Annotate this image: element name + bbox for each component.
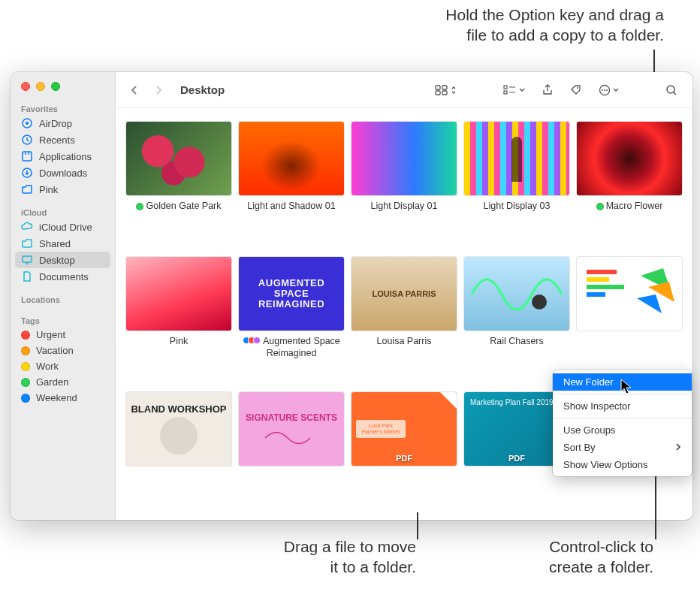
tag-dot-yellow	[21, 362, 30, 371]
file-item[interactable]: Light Display 03	[464, 122, 569, 249]
menu-label: Show View Options	[563, 459, 648, 470]
thumbnail	[126, 257, 231, 331]
sidebar-label: Vacation	[36, 345, 74, 356]
svg-point-12	[577, 87, 578, 89]
svg-rect-19	[587, 270, 617, 274]
sidebar-label: Garden	[36, 376, 68, 388]
folder-icon	[21, 183, 33, 195]
menu-item-sort-by[interactable]: Sort By	[553, 439, 692, 456]
menu-item-show-view-options[interactable]: Show View Options	[553, 456, 692, 473]
svg-rect-6	[436, 86, 440, 89]
tag-indicator-green	[596, 203, 604, 210]
sidebar-item-icloud-drive[interactable]: iCloud Drive	[11, 219, 115, 235]
back-button[interactable]	[126, 82, 143, 98]
svg-rect-20	[587, 277, 609, 282]
sidebar-item-pink[interactable]: Pink	[11, 181, 115, 198]
menu-label: Use Groups	[563, 424, 615, 436]
svg-rect-22	[587, 292, 605, 297]
close-button[interactable]	[21, 82, 30, 91]
svg-rect-3	[23, 152, 32, 161]
sidebar-label: Urgent	[36, 329, 65, 340]
minimize-button[interactable]	[36, 82, 45, 91]
sidebar-label: Pink	[39, 184, 58, 195]
svg-point-18	[532, 294, 547, 310]
sidebar-item-airdrop[interactable]: AirDrop	[11, 115, 115, 131]
sidebar-item-downloads[interactable]: Downloads	[11, 165, 115, 181]
file-item[interactable]	[577, 257, 682, 385]
file-item[interactable]: BLAND WORKSHOP	[126, 392, 231, 520]
file-label: Light and Shadow 01	[247, 200, 335, 224]
file-label: Light Display 03	[484, 200, 551, 224]
thumbnail: LOUISA PARRIS	[352, 257, 457, 331]
search-button[interactable]	[661, 81, 682, 99]
menu-label: New Folder	[563, 376, 613, 388]
sidebar-item-shared[interactable]: Shared	[11, 235, 115, 252]
annotation-line-bl	[417, 512, 418, 539]
sidebar-label: Documents	[39, 271, 89, 282]
svg-rect-5	[23, 256, 32, 262]
tag-dot-blue	[21, 394, 30, 403]
file-item[interactable]: Light and Shadow 01	[239, 122, 344, 249]
sidebar-tag-urgent[interactable]: Urgent	[11, 327, 115, 343]
view-mode-button[interactable]	[430, 82, 461, 98]
annotation-bottom-right: Control-click to create a folder.	[481, 536, 653, 578]
file-item[interactable]: Rail Chasers	[464, 257, 569, 385]
sidebar-item-desktop[interactable]: Desktop	[15, 252, 110, 268]
file-item[interactable]: Golden Gate Park	[126, 122, 231, 249]
file-label: Light Display 01	[371, 200, 438, 224]
more-button[interactable]	[594, 81, 623, 99]
sidebar-item-documents[interactable]: Documents	[11, 268, 115, 285]
shared-icon	[21, 237, 33, 249]
svg-rect-8	[436, 91, 440, 95]
menu-item-new-folder[interactable]: New Folder	[553, 373, 692, 391]
file-label: Golden Gate Park	[136, 200, 221, 224]
group-button[interactable]	[499, 82, 530, 98]
svg-point-17	[667, 86, 674, 93]
file-item[interactable]: Pink	[126, 257, 231, 385]
svg-point-15	[604, 89, 605, 91]
sidebar: Favorites AirDrop Recents Applications D…	[11, 72, 116, 520]
sidebar-section-locations: Locations	[11, 292, 115, 306]
file-item[interactable]: AUGMENTED SPACE REIMAGINED Augmented Spa…	[239, 257, 344, 385]
sidebar-label: Downloads	[39, 168, 87, 179]
file-item[interactable]: LOUISA PARRIS Louisa Parris	[352, 257, 457, 385]
file-item[interactable]: Macro Flower	[577, 122, 682, 249]
annotation-top: Hold the Option key and drag a file to a…	[445, 5, 664, 46]
file-item[interactable]: Light Display 01	[352, 122, 457, 249]
share-button[interactable]	[537, 81, 558, 99]
menu-item-use-groups[interactable]: Use Groups	[553, 421, 692, 439]
sidebar-section-tags: Tags	[11, 313, 115, 327]
sidebar-item-recents[interactable]: Recents	[11, 131, 115, 148]
sidebar-tag-work[interactable]: Work	[11, 358, 115, 374]
thumbnail: SIGNATURE SCENTS	[239, 392, 344, 466]
forward-button[interactable]	[150, 82, 167, 98]
zoom-button[interactable]	[51, 82, 60, 91]
svg-rect-10	[504, 86, 507, 89]
sidebar-tag-garden[interactable]: Garden	[11, 374, 115, 390]
sidebar-label: iCloud Drive	[39, 222, 92, 233]
svg-rect-7	[442, 86, 447, 89]
svg-rect-9	[442, 91, 447, 95]
file-label: Pink	[170, 335, 188, 359]
svg-point-14	[602, 89, 603, 91]
sidebar-tag-vacation[interactable]: Vacation	[11, 343, 115, 358]
menu-item-show-inspector[interactable]: Show Inspector	[553, 397, 692, 415]
file-item[interactable]: Luna Park Farmer's Market PDF	[352, 392, 457, 520]
clock-icon	[21, 134, 33, 146]
tags-button[interactable]	[566, 81, 587, 99]
sidebar-label: Work	[36, 361, 59, 372]
sidebar-tag-weekend[interactable]: Weekend	[11, 390, 115, 406]
sidebar-label: Shared	[39, 238, 71, 249]
sidebar-section-favorites: Favorites	[11, 101, 115, 115]
file-item[interactable]: SIGNATURE SCENTS	[239, 392, 344, 520]
sidebar-label: AirDrop	[39, 118, 72, 129]
menu-separator	[553, 418, 692, 418]
sidebar-label: Weekend	[36, 392, 77, 403]
file-label: Louisa Parris	[377, 335, 432, 359]
sidebar-item-applications[interactable]: Applications	[11, 148, 115, 165]
thumbnail	[464, 257, 569, 331]
thumbnail	[577, 257, 682, 331]
file-label: Macro Flower	[596, 200, 663, 224]
tag-indicator-green	[136, 203, 143, 210]
cloud-icon	[21, 221, 33, 233]
